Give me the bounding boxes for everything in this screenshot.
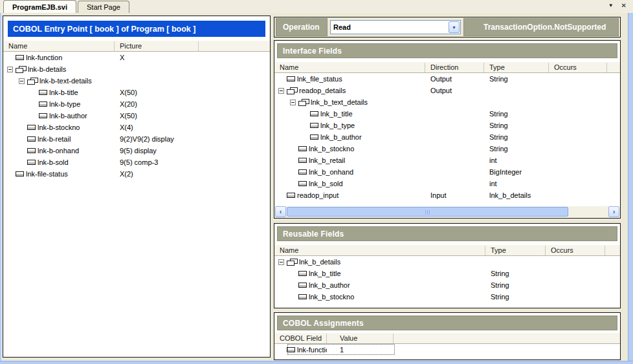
cobol-assignments-panel: COBOL Assignments COBOL FieldValue lnk-f… (274, 312, 621, 360)
column-header-picture[interactable]: Picture (115, 41, 199, 51)
row-lnk-b-retail[interactable]: lnk-b-retail9(2)V9(2) display (3, 133, 270, 145)
name-label: lnk-b-type (49, 100, 80, 108)
indent-spacer (19, 151, 27, 151)
row-lnk-b-details[interactable]: lnk-b-details (3, 63, 270, 75)
row-lnk-b-stockno[interactable]: lnk-b-stocknoX(4) (3, 122, 270, 133)
column-header-occurs[interactable]: Occurs (546, 246, 605, 255)
row-lnk_b_author[interactable]: lnk_b_authorString (274, 279, 620, 291)
indent-spacer (7, 58, 16, 58)
field-icon (298, 271, 307, 276)
field-icon (287, 193, 295, 198)
field-icon (298, 158, 307, 163)
indent-spacer (290, 184, 298, 184)
cell-name: lnk_b_author (274, 281, 485, 289)
interface-fields-column-header: NameDirectionTypeOccurs (274, 62, 620, 73)
row-lnk-b-title[interactable]: lnk-b-titleX(50) (3, 87, 270, 98)
name-label: lnk_file_status (297, 75, 342, 83)
group-icon (287, 259, 297, 266)
row-lnk-b-type[interactable]: lnk-b-typeX(20) (3, 98, 270, 110)
cell-name: lnk_b_onhand (274, 168, 425, 176)
indent-spacer (290, 273, 298, 274)
row-lnk-b-text-details[interactable]: lnk-b-text-details (3, 75, 270, 87)
name-label: lnk_b_title (309, 270, 341, 277)
field-icon (310, 134, 318, 140)
cell-picture: X(4) (115, 123, 199, 131)
row-lnk_b_stockno[interactable]: lnk_b_stocknoString (274, 291, 620, 303)
name-label: lnk_b_type (320, 122, 355, 129)
indent-spacer (278, 195, 287, 196)
transaction-option-label: TransactionOption.NotSupported (463, 18, 619, 36)
column-header-occurs[interactable]: Occurs (549, 63, 607, 72)
row-lnk_file_status[interactable]: lnk_file_statusOutputString (274, 73, 620, 85)
expand-minus-icon[interactable] (19, 78, 25, 84)
expand-minus-icon[interactable] (278, 88, 284, 94)
scrollbar-thumb[interactable] (287, 207, 568, 217)
row-lnk-file-status[interactable]: lnk-file-statusX(2) (3, 168, 270, 180)
indent-spacer (278, 79, 287, 80)
tab-label: ProgramEJB.svi (12, 3, 67, 11)
window-border-bottom (0, 361, 633, 364)
name-label: lnk-function (26, 54, 62, 61)
row-lnk-b-author[interactable]: lnk-b-authorX(50) (3, 110, 270, 122)
tab-list-menu-icon[interactable]: ▼ (608, 1, 614, 10)
row-readop_details[interactable]: readop_detailsOutput (274, 85, 620, 96)
column-header-cobol-field[interactable]: COBOL Field (274, 334, 327, 343)
expand-minus-icon[interactable] (7, 67, 13, 72)
row-lnk_b_retail[interactable]: lnk_b_retailint (274, 155, 620, 166)
column-header-type[interactable]: Type (484, 63, 549, 72)
row-lnk_b_author[interactable]: lnk_b_authorString (274, 131, 620, 143)
cell-type: int (484, 156, 549, 164)
row-lnk_b_title[interactable]: lnk_b_titleString (274, 108, 620, 120)
close-icon[interactable]: ✕ (621, 1, 627, 10)
tab-strip-controls: ▼ ✕ (608, 1, 627, 10)
row-lnk-b-sold[interactable]: lnk-b-sold9(5) comp-3 (3, 156, 270, 168)
cell-type: int (484, 180, 549, 187)
field-icon (39, 113, 47, 118)
row-lnk-b-onhand[interactable]: lnk-b-onhand9(5) display (3, 145, 270, 156)
cell-picture: 9(5) display (115, 147, 199, 155)
row-lnk_b_type[interactable]: lnk_b_typeString (274, 120, 620, 131)
cell-name: lnk-b-onhand (3, 147, 115, 155)
field-icon (287, 76, 295, 81)
row-lnk_b_title[interactable]: lnk_b_titleString (274, 268, 620, 279)
tab-programejb-svi[interactable]: ProgramEJB.svi (3, 0, 76, 13)
column-header-type[interactable]: Type (485, 246, 546, 255)
name-label: lnk_b_author (309, 281, 350, 289)
row-lnk-function[interactable]: lnk-function1 (274, 344, 620, 356)
row-lnk-function[interactable]: lnk-functionX (3, 52, 270, 63)
row-lnk_b_details[interactable]: lnk_b_details (274, 256, 620, 268)
scroll-right-icon[interactable]: › (608, 206, 619, 217)
field-icon (27, 148, 36, 153)
application-window: ProgramEJB.svi Start Page ▼ ✕ COBOL Entr… (0, 0, 633, 364)
indent-spacer (19, 162, 27, 163)
row-lnk_b_onhand[interactable]: lnk_b_onhandBigInteger (274, 166, 620, 178)
interface-fields-title: Interface Fields (277, 43, 617, 58)
reusable-fields-column-header: NameTypeOccurs (274, 245, 620, 256)
column-header-direction[interactable]: Direction (425, 63, 484, 72)
column-header-name[interactable]: Name (3, 41, 115, 51)
indent-spacer (19, 127, 27, 128)
tab-start-page[interactable]: Start Page (78, 1, 129, 13)
column-header-name[interactable]: Name (274, 63, 425, 72)
operation-select[interactable]: Read ▼ (330, 20, 461, 34)
cell-name: lnk_b_type (274, 122, 425, 129)
row-lnk_b_sold[interactable]: lnk_b_soldint (274, 178, 620, 189)
row-lnk_b_text_details[interactable]: lnk_b_text_details (274, 96, 620, 108)
cell-name: lnk_b_sold (274, 180, 425, 187)
expand-minus-icon[interactable] (278, 259, 284, 265)
name-label: lnk_b_stockno (309, 293, 354, 301)
scroll-left-icon[interactable]: ‹ (275, 206, 286, 217)
cell-type: String (484, 145, 549, 153)
entry-point-title: COBOL Entry Point [ book ] of Program [ … (8, 21, 265, 37)
chevron-down-icon[interactable]: ▼ (449, 21, 460, 33)
cell-name: lnk-b-author (3, 112, 115, 120)
row-lnk_b_stockno[interactable]: lnk_b_stocknoString (274, 143, 620, 155)
column-header-value[interactable]: Value (327, 334, 394, 343)
cell-name: readop_input (274, 191, 425, 199)
expand-minus-icon[interactable] (290, 100, 296, 105)
column-header-name[interactable]: Name (274, 246, 485, 255)
cell-name: lnk_b_stockno (274, 293, 485, 301)
row-readop_input[interactable]: readop_inputInputlnk_b_details (274, 189, 620, 201)
field-icon (27, 136, 36, 142)
name-label: readop_input (297, 191, 339, 199)
